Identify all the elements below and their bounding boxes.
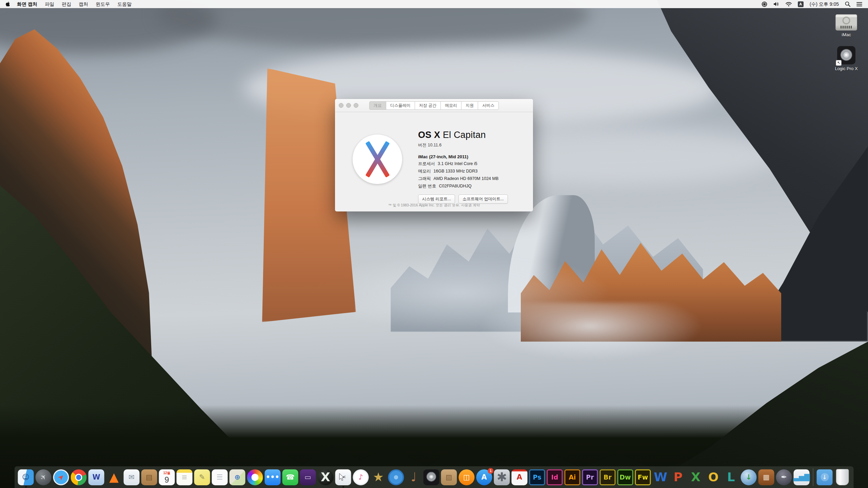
close-button[interactable]: [339, 103, 343, 108]
dock-fireworks[interactable]: Fw: [635, 469, 651, 485]
tab-디스플레이[interactable]: 디스플레이: [386, 101, 415, 110]
dock-trash[interactable]: [834, 469, 850, 485]
dock-toast[interactable]: ▭: [300, 469, 316, 485]
dock-photoshop[interactable]: Ps: [529, 469, 545, 485]
dock-lync[interactable]: L: [723, 469, 739, 485]
minimize-button[interactable]: [346, 103, 351, 108]
input-source-indicator[interactable]: A: [795, 1, 807, 7]
contacts-glyph: ▤: [146, 474, 153, 481]
dock-idvd[interactable]: [388, 469, 404, 485]
dock-x-media-sphere[interactable]: X: [318, 469, 334, 485]
dock-system-preferences[interactable]: ✱: [494, 469, 510, 485]
menu-app[interactable]: 화면 캡처: [13, 0, 41, 8]
about-button[interactable]: 소프트웨어 업데이트...: [458, 195, 508, 204]
dock-chrome[interactable]: [71, 469, 87, 485]
input-source-indicator: A: [798, 1, 804, 7]
dock-speed-download[interactable]: ↓: [741, 469, 757, 485]
trash-icon: [836, 469, 849, 485]
spotlight-icon[interactable]: [842, 1, 853, 7]
pages-glyph: ✒: [781, 474, 787, 481]
dock-acrobat[interactable]: A: [512, 469, 528, 485]
tab-메모리[interactable]: 메모리: [440, 101, 461, 110]
tab-지원[interactable]: 지원: [461, 101, 478, 110]
zoom-button[interactable]: [354, 103, 358, 108]
notification-center-icon[interactable]: [853, 2, 865, 6]
desktop-icon-label: Logic Pro X: [827, 66, 865, 71]
spec-label: 일련 번호: [418, 184, 436, 188]
dock-contacts[interactable]: ▤: [141, 469, 157, 485]
menu-item[interactable]: 파일: [41, 0, 58, 8]
dock-ibooks[interactable]: ◫: [459, 469, 475, 485]
dock-downloads-folder[interactable]: ↓: [817, 469, 833, 485]
running-indicator: [342, 486, 344, 488]
desktop-icon-logic-pro-x-alias[interactable]: ↖Logic Pro X: [827, 46, 865, 71]
dock-stickies[interactable]: ✎: [194, 469, 210, 485]
maps-glyph: ⊕: [234, 474, 240, 481]
dock-illustrator[interactable]: Ai: [565, 469, 580, 485]
spec-value: 3.1 GHz Intel Core i5: [438, 161, 477, 166]
dock-bridge[interactable]: Br: [600, 469, 616, 485]
dock-powerpoint[interactable]: P: [670, 469, 686, 485]
tab-서비스[interactable]: 서비스: [478, 101, 499, 110]
fireworks-glyph: Fw: [638, 474, 648, 481]
traffic-lights: [339, 99, 358, 112]
os-title: OS X El Capitan: [418, 130, 530, 140]
tab-저장 공간[interactable]: 저장 공간: [415, 101, 441, 110]
desktop-icon-imac-hd[interactable]: iMac: [827, 14, 865, 37]
downloads-folder-glyph: ↓: [821, 473, 829, 481]
volume-icon[interactable]: [770, 2, 783, 6]
dock-notes[interactable]: ≡: [177, 469, 193, 485]
dock-photos[interactable]: [247, 469, 263, 485]
dock-dreamweaver[interactable]: Dw: [617, 469, 633, 485]
dock-launchpad[interactable]: ✈: [36, 469, 52, 485]
dock-excel[interactable]: X: [688, 469, 704, 485]
dock-outlook[interactable]: O: [706, 469, 722, 485]
dock-maps[interactable]: ⊕: [230, 469, 245, 485]
dock-calendar[interactable]: 12월9: [159, 469, 175, 485]
speed-download-glyph: ↓: [746, 474, 752, 481]
hard-drive-icon: [835, 14, 857, 30]
menu-item[interactable]: 캡처: [75, 0, 92, 8]
dock-keynote[interactable]: ▦: [758, 469, 774, 485]
numbers-glyph: ▃▅▇: [793, 474, 810, 481]
menu-item[interactable]: 도움말: [114, 0, 135, 8]
messages-glyph: •••: [266, 474, 279, 481]
dock-itunes[interactable]: ♪: [353, 469, 369, 485]
apple-menu-icon[interactable]: [0, 1, 13, 7]
dock-vlc[interactable]: ▲: [106, 469, 122, 485]
tab-개요[interactable]: 개요: [369, 101, 386, 110]
dock-premiere[interactable]: Pr: [582, 469, 598, 485]
dock-messages[interactable]: •••: [265, 469, 281, 485]
dock-word[interactable]: W: [653, 469, 669, 485]
dock-safari[interactable]: ➤: [53, 469, 69, 485]
dock-numbers[interactable]: ▃▅▇: [794, 469, 810, 485]
menu-item[interactable]: 윈도우: [92, 0, 114, 8]
spec-list: 프로세서3.1 GHz Intel Core i5메모리16GB 1333 MH…: [418, 161, 530, 189]
dock-mail[interactable]: ✉: [124, 469, 140, 485]
spec-row: 일련 번호C02FPA8UDHJQ: [418, 183, 530, 189]
dock-webhard[interactable]: W: [88, 469, 104, 485]
dock-imovie[interactable]: ★: [371, 469, 387, 485]
os-version: 버전 10.11.6: [418, 142, 530, 148]
dock-finder[interactable]: ☺: [18, 469, 34, 485]
spec-row: 메모리16GB 1333 MHz DDR3: [418, 168, 530, 174]
menu-item[interactable]: 편집: [58, 0, 75, 8]
desktop-icon-label: iMac: [827, 32, 865, 37]
dock-facetime[interactable]: ☎: [282, 469, 298, 485]
keynote-glyph: ▦: [763, 474, 770, 481]
fan-utility-icon[interactable]: [758, 1, 770, 7]
dock-garageband[interactable]: ♩: [406, 469, 422, 485]
dock-pages[interactable]: ✒: [776, 469, 792, 485]
menubar-clock[interactable]: (수) 오후 9:05: [807, 0, 842, 8]
about-button[interactable]: 시스템 리포트...: [418, 195, 455, 204]
wallpaper: [0, 0, 868, 488]
dock-reminders[interactable]: ☰: [212, 469, 228, 485]
window-titlebar[interactable]: 개요디스플레이저장 공간메모리지원서비스: [335, 99, 533, 112]
idvd-icon: [388, 469, 404, 485]
wifi-icon[interactable]: [783, 2, 795, 6]
dock-indesign[interactable]: Id: [547, 469, 563, 485]
dock-iweb[interactable]: ▨: [441, 469, 457, 485]
toast-glyph: ▭: [304, 474, 311, 481]
dock-logic-pro-x[interactable]: [423, 469, 439, 485]
dock-app-store[interactable]: A1: [476, 469, 492, 485]
